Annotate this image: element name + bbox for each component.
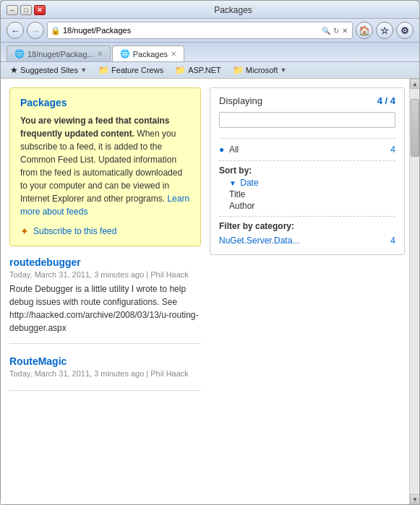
browser-window: ─ □ ✕ Packages ← → 🔒 18/nuget/Packages 🔍… (0, 0, 420, 505)
scroll-down-arrow[interactable]: ▼ (410, 494, 419, 504)
security-icon: 🔒 (51, 26, 61, 35)
window-controls: ─ □ ✕ (7, 5, 46, 15)
left-panel: Packages You are viewing a feed that con… (9, 87, 201, 402)
right-panel: Displaying 4 / 4 ● All 4 (210, 87, 405, 402)
sort-arrow-icon: ▼ (229, 179, 236, 187)
filter-divider-3 (219, 216, 395, 217)
subscribe-feed-icon: ✦ (20, 225, 29, 237)
refresh-icon[interactable]: ↻ (333, 27, 339, 35)
bookmark-suggested-label: Suggested Sites (20, 66, 78, 74)
filter-search-input[interactable] (219, 112, 395, 128)
info-box: Packages You are viewing a feed that con… (9, 87, 201, 246)
bookmark-microsoft[interactable]: 📁 Microsoft ▼ (229, 64, 291, 76)
sort-option-title[interactable]: Title (219, 189, 395, 200)
tab-packages[interactable]: 🌐 Packages ✕ (112, 46, 184, 61)
minimize-button[interactable]: ─ (7, 5, 18, 15)
scroll-thumb[interactable] (411, 99, 419, 157)
tab-bar: 🌐 18/nuget/Packag... ✕ 🌐 Packages ✕ (1, 43, 419, 62)
feature-crews-icon: 📁 (98, 65, 109, 75)
scroll-up-arrow[interactable]: ▲ (410, 79, 419, 89)
filter-all[interactable]: ● All 4 (219, 143, 395, 156)
bookmark-suggested-sites[interactable]: ★ Suggested Sites ▼ (7, 64, 90, 76)
address-bar: 🔒 18/nuget/Packages 🔍 ↻ ✕ (47, 22, 353, 39)
info-body-text: When you subscribe to a feed, it is adde… (20, 129, 182, 204)
feed-item-title-routemagic[interactable]: RouteMagic (9, 355, 201, 367)
filter-divider-1 (219, 138, 395, 139)
category-nuget-count: 4 (390, 236, 395, 246)
address-text[interactable]: 18/nuget/Packages (63, 26, 320, 35)
page-content: Packages You are viewing a feed that con… (1, 79, 419, 504)
tab-packages-close[interactable]: ✕ (171, 50, 176, 58)
category-nuget[interactable]: NuGet.Server.Data... 4 (219, 234, 395, 247)
suggested-sites-icon: ★ (10, 65, 18, 75)
tab-nuget[interactable]: 🌐 18/nuget/Packag... ✕ (7, 46, 111, 61)
microsoft-arrow: ▼ (280, 66, 286, 74)
forward-button[interactable]: → (27, 22, 44, 39)
back-button[interactable]: ← (7, 22, 24, 39)
home-button[interactable]: 🏠 (356, 22, 373, 39)
displaying-label: Displaying (219, 95, 262, 106)
subscribe-row: ✦ Subscribe to this feed (20, 225, 190, 237)
sort-date-label: Date (240, 178, 258, 188)
info-box-title: Packages (20, 97, 190, 108)
tools-button[interactable]: ⚙ (396, 22, 413, 39)
title-bar: ─ □ ✕ Packages (1, 1, 419, 19)
filter-category-label: Filter by category: (219, 221, 395, 231)
bookmark-aspnet[interactable]: 📁 ASP.NET (171, 64, 225, 76)
page-title: Packages (53, 5, 413, 15)
tab-nuget-label: 18/nuget/Packag... (27, 50, 94, 59)
close-button[interactable]: ✕ (34, 5, 46, 15)
bookmark-feature-label: Feature Crews (111, 66, 163, 74)
sort-title-label: Title (229, 189, 245, 199)
subscribe-link[interactable]: Subscribe to this feed (33, 226, 116, 236)
sort-option-date[interactable]: ▼ Date (219, 177, 395, 189)
feed-item-desc-routedebugger: Route Debugger is a little utility I wro… (9, 282, 201, 334)
aspnet-icon: 📁 (175, 65, 186, 75)
close-address-icon[interactable]: ✕ (342, 27, 348, 35)
filter-divider-2 (219, 160, 395, 161)
sort-option-author[interactable]: Author (219, 200, 395, 212)
filter-all-count: 4 (390, 144, 395, 155)
bullet-icon: ● (219, 144, 224, 155)
bookmark-microsoft-label: Microsoft (246, 66, 278, 74)
tab-packages-label: Packages (133, 50, 168, 59)
tab-nuget-close[interactable]: ✕ (97, 50, 103, 58)
bookmarks-bar: ★ Suggested Sites ▼ 📁 Feature Crews 📁 AS… (1, 62, 419, 79)
nav-bar: ← → 🔒 18/nuget/Packages 🔍 ↻ ✕ 🏠 ☆ ⚙ (1, 19, 419, 43)
tab-packages-icon: 🌐 (120, 49, 130, 59)
tab-nuget-icon: 🌐 (14, 49, 25, 59)
feed-item-meta-routedebugger: Today, March 31, 2011, 3 minutes ago | P… (9, 270, 201, 279)
content-layout: Packages You are viewing a feed that con… (9, 87, 405, 402)
displaying-row: Displaying 4 / 4 (219, 95, 395, 106)
category-nuget-label: NuGet.Server.Data... (219, 236, 299, 246)
scrollbar[interactable]: ▲ ▼ (409, 79, 419, 504)
filter-box: Displaying 4 / 4 ● All 4 (210, 87, 405, 255)
info-box-body: You are viewing a feed that contains fre… (20, 114, 190, 218)
filter-all-label: ● All (219, 144, 239, 155)
maximize-button[interactable]: □ (20, 5, 32, 15)
feed-item-routemagic: RouteMagic Today, March 31, 2011, 3 minu… (9, 355, 201, 391)
main-content: Packages You are viewing a feed that con… (1, 79, 419, 504)
microsoft-icon: 📁 (233, 65, 244, 75)
suggested-sites-arrow: ▼ (80, 66, 87, 74)
search-icon[interactable]: 🔍 (322, 27, 330, 35)
feed-item-routedebugger: routedebugger Today, March 31, 2011, 3 m… (9, 256, 201, 344)
displaying-count: 4 / 4 (377, 95, 395, 106)
bookmark-aspnet-label: ASP.NET (188, 66, 221, 74)
bookmark-feature-crews[interactable]: 📁 Feature Crews (95, 64, 167, 76)
feed-item-title-routedebugger[interactable]: routedebugger (9, 256, 201, 268)
feed-item-meta-routemagic: Today, March 31, 2011, 3 minutes ago | P… (9, 369, 201, 378)
favorites-button[interactable]: ☆ (376, 22, 393, 39)
sort-author-label: Author (229, 201, 254, 211)
sort-by-label: Sort by: (219, 165, 395, 176)
